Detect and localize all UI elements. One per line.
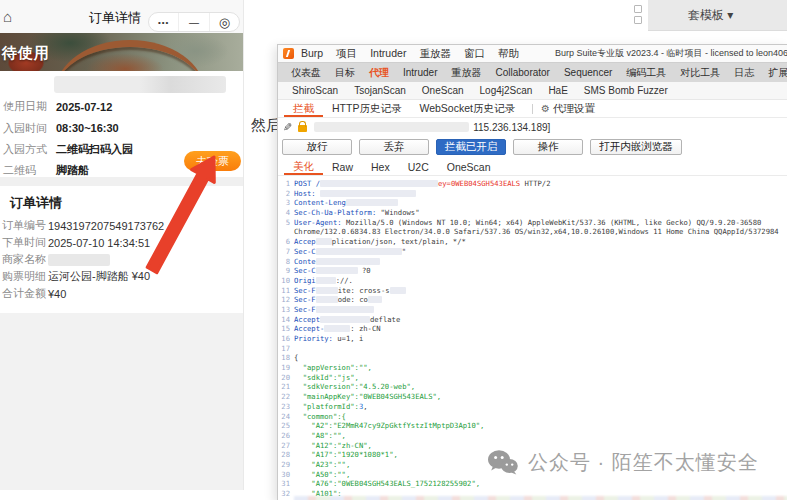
burp-main-tabs: 仪表盘目标代理Intruder重放器CollaboratorSequencer编… (278, 62, 787, 82)
edit-pencil-icon[interactable]: ✎ (283, 121, 292, 134)
editor-tab[interactable]: Hex (362, 158, 399, 175)
extension-tab[interactable]: SMS Bomb Fuzzer (576, 85, 676, 96)
request-line: 5User-Agent: Mozilla/5.0 (Windows NT 10.… (278, 218, 787, 228)
code-segment: Sec-F (294, 295, 316, 304)
code-segment: "appVersion":"", (294, 363, 372, 372)
intercept-button[interactable]: 打开内嵌浏览器 (590, 139, 682, 155)
code-segment: { (294, 353, 298, 362)
line-text: Sec-F (294, 305, 374, 315)
main-tab[interactable]: 代理 (362, 66, 396, 80)
intercept-buttons-row: 放行丢弃拦截已开启操作打开内嵌浏览器 (278, 136, 787, 158)
line-number: 26 (278, 431, 290, 441)
main-tab[interactable]: 目标 (328, 66, 362, 80)
menu-item-项目[interactable]: 项目 (336, 47, 357, 61)
code-segment: POST / (294, 179, 320, 188)
proxy-subtab[interactable]: 拦截 (284, 100, 323, 117)
order-detail-card: 订单详情 订单编号1943197207549173762下单时间2025-07-… (0, 186, 243, 313)
menu-item-burp[interactable]: Burp (301, 47, 323, 61)
phone-navbar: ⌂ 订单详情 •••—◎ (0, 0, 243, 33)
line-number: 27 (278, 441, 290, 451)
extension-tab[interactable]: TsojanScan (346, 85, 414, 96)
line-number: 21 (278, 382, 290, 392)
main-tab[interactable]: 仪表盘 (284, 66, 328, 80)
line-number: 11 (278, 286, 290, 296)
redacted-segment (316, 267, 358, 274)
ticket-info-row: 入园时间08:30~16:30 (0, 117, 243, 138)
line-text: Accept-: zh-CN (294, 324, 381, 334)
line-text: { (294, 353, 298, 363)
code-segment: "sdkVersion":"4.5.20-web", (294, 382, 415, 391)
line-text: Accepplication/json, text/plain, */* (294, 237, 466, 247)
code-segment: HTTP/2 (520, 179, 550, 188)
request-line: 25 "A2":"E2MmR47cy9ZpGktfYstzItMptpD3Ap1… (278, 421, 787, 431)
editor-toolbar-icons[interactable] (634, 5, 644, 25)
editor-tab[interactable]: 美化 (284, 158, 323, 175)
main-tab[interactable]: 日志 (727, 66, 761, 80)
line-number: 28 (278, 450, 290, 460)
editor-tab[interactable]: OneScan (438, 158, 500, 175)
code-segment: Sec-Ch-Ua-Platform: (294, 208, 381, 217)
capsule-min-icon[interactable]: — (178, 13, 208, 31)
home-icon[interactable]: ⌂ (3, 8, 12, 25)
capsule-target-icon[interactable]: ◎ (209, 13, 239, 31)
code-segment: deflate (370, 315, 400, 324)
capsule-dots-icon[interactable]: ••• (149, 13, 178, 31)
main-tab[interactable]: Intruder (396, 67, 444, 78)
line-number: 23 (278, 402, 290, 412)
code-segment: ?0 (358, 266, 371, 275)
check-ticket-button[interactable]: 去验票 (184, 151, 241, 171)
intercept-button[interactable]: 丢弃 (359, 139, 429, 155)
miniprogram-capsule[interactable]: •••—◎ (148, 12, 240, 32)
line-text: "A2":"E2MmR47cy9ZpGktfYstzItMptpD3Ap10", (294, 421, 484, 431)
line-number: 8 (278, 257, 290, 267)
extension-tab[interactable]: Log4j2Scan (472, 85, 541, 96)
line-number: 6 (278, 237, 290, 247)
main-tab[interactable]: 编码工具 (619, 66, 673, 80)
order-row-label: 商家名称 (2, 252, 48, 267)
extension-tab[interactable]: OneScan (414, 85, 472, 96)
main-tab[interactable]: Collaborator (488, 67, 556, 78)
order-row-value: 1943197207549173762 (48, 220, 164, 232)
intercept-button[interactable]: 拦截已开启 (436, 139, 506, 155)
main-tab[interactable]: 扩展 (761, 66, 787, 80)
proxy-subtab[interactable]: WebSocket历史记录 (410, 100, 524, 117)
template-dropdown[interactable]: 套模板 ▾ (688, 7, 733, 24)
proxy-settings-tab[interactable]: 代理设置 (553, 102, 595, 116)
line-text: Sec-Fode: co (294, 295, 382, 305)
menu-item-重放器[interactable]: 重放器 (419, 47, 451, 61)
request-line: 15Accept-: zh-CN (278, 324, 787, 334)
order-row-label: 下单时间 (2, 235, 48, 250)
extension-tab[interactable]: HaE (540, 85, 575, 96)
order-rows: 订单编号1943197207549173762下单时间2025-07-10 14… (0, 217, 243, 302)
order-row-label: 购票明细 (2, 269, 48, 284)
ticket-info-label: 使用日期 (3, 99, 56, 114)
template-bar: 套模板 ▾ (648, 0, 787, 31)
article-text-fragment: 然后 (251, 116, 277, 135)
intercept-button[interactable]: 操作 (513, 139, 583, 155)
code-segment: "A76":"0WEB04SGH543EALS_1752128255902", (294, 479, 480, 488)
line-number: 2 (278, 189, 290, 199)
code-segment: ode: co (338, 295, 368, 304)
code-segment: Accept (294, 315, 320, 324)
main-tab[interactable]: 对比工具 (673, 66, 727, 80)
phone-background (0, 313, 243, 490)
menu-item-intruder[interactable]: Intruder (370, 47, 406, 61)
extension-tab[interactable]: ShiroScan (284, 85, 346, 96)
editor-tab[interactable]: Raw (323, 158, 362, 175)
proxy-subtab[interactable]: HTTP历史记录 (323, 100, 410, 117)
line-text: Origi://. (294, 276, 353, 286)
intercept-button[interactable]: 放行 (282, 139, 352, 155)
menu-item-窗口[interactable]: 窗口 (464, 47, 485, 61)
main-tab[interactable]: Sequencer (557, 67, 619, 78)
code-segment: Mozilla/5.0 (Windows NT 10.0; Win64; x64… (346, 218, 761, 227)
line-text: "appVersion":"", (294, 363, 372, 373)
line-number: 5 (278, 218, 290, 228)
menu-item-帮助[interactable]: 帮助 (498, 47, 519, 61)
request-line: 24 "common":{ (278, 412, 787, 422)
code-segment: Sec-F (294, 305, 316, 314)
card-divider (0, 177, 243, 186)
main-tab[interactable]: 重放器 (444, 66, 488, 80)
line-text: "sdkId":"js", (294, 373, 359, 383)
line-text: "A17":"1920*1080*1", (294, 450, 398, 460)
editor-tab[interactable]: U2C (399, 158, 438, 175)
